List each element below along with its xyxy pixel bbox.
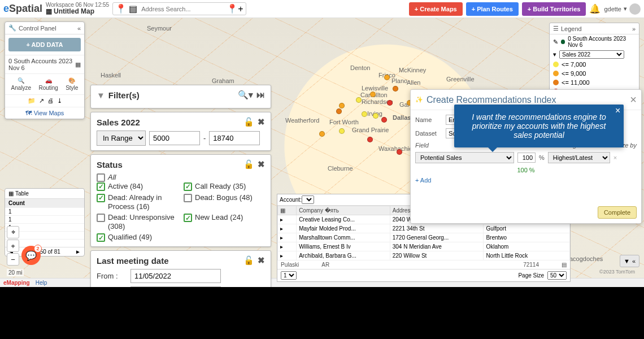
map-point[interactable] <box>397 149 402 155</box>
map-point[interactable] <box>356 97 362 103</box>
priority-select[interactable]: Highest/Latest <box>548 152 610 163</box>
status-all-checkbox[interactable]: All <box>97 173 265 182</box>
zoom-out-button[interactable]: − <box>7 253 19 266</box>
map-point[interactable] <box>373 113 378 119</box>
close-icon[interactable]: × <box>615 106 620 116</box>
address-search[interactable]: 📍 ▤ 📍+ <box>112 2 246 15</box>
table-row[interactable]: ▸Archibald, Barbara G...220 Willow StNor… <box>278 251 570 260</box>
map-point[interactable] <box>339 103 345 108</box>
print-icon[interactable]: 🖨 <box>47 97 54 105</box>
weight-input[interactable] <box>517 153 536 163</box>
plan-routes-button[interactable]: + Plan Routes <box>466 2 519 16</box>
map-point[interactable] <box>367 137 373 142</box>
map-point[interactable] <box>384 75 390 80</box>
map-point[interactable] <box>370 92 376 97</box>
chevron-down-icon[interactable]: ▾ <box>553 51 556 58</box>
tooltip-text: I want the recommendations engine to pri… <box>472 112 606 140</box>
share-icon[interactable]: ↗ <box>39 97 44 105</box>
close-icon[interactable]: × <box>630 93 637 106</box>
zoom-filter-icon[interactable]: 🔍▾ <box>238 90 253 100</box>
table-row[interactable]: 1 <box>5 215 84 223</box>
status-checkbox[interactable]: Qualified (49) <box>97 233 178 242</box>
col-handle[interactable]: ▦ <box>278 206 297 215</box>
next-page-icon[interactable]: ► <box>75 249 81 255</box>
city-label: Fort Worth <box>329 119 359 125</box>
map-point[interactable] <box>336 108 342 114</box>
legend-item-label: <= 9,000 <box>562 70 586 77</box>
filter-toggle-button[interactable]: ▼« <box>620 255 639 267</box>
unlock-icon[interactable]: 🔓 <box>243 117 254 127</box>
page-select[interactable]: 1 <box>281 271 297 280</box>
collapse-icon[interactable]: « <box>77 25 81 32</box>
add-data-button[interactable]: + ADD DATA <box>8 38 81 51</box>
help-link[interactable]: Help <box>36 280 47 286</box>
routing-tool[interactable]: 🚗Routing <box>38 77 58 91</box>
add-pin-icon[interactable]: 📍+ <box>227 3 243 14</box>
folder-icon[interactable]: 📁 <box>28 97 36 105</box>
layer-row[interactable]: 0 South Accounts 2023 Nov 6▦ <box>5 55 84 73</box>
status-checkbox[interactable]: Call Ready (35) <box>184 182 265 191</box>
close-icon[interactable]: ✖ <box>258 255 265 266</box>
expand-icon[interactable]: » <box>632 25 636 32</box>
unlock-icon[interactable]: 🔓 <box>243 159 254 169</box>
close-icon[interactable]: ✖ <box>258 117 265 127</box>
status-checkbox[interactable]: New Lead (24) <box>184 213 265 231</box>
legend-layer-name: 0 South Accounts 2023 Nov 6 <box>568 36 636 48</box>
map-point[interactable] <box>362 111 367 117</box>
zoom-controls: ⌖ + − <box>7 226 19 266</box>
status-checkbox[interactable]: Dead: Unresponsive (308) <box>97 213 178 231</box>
map-point[interactable] <box>387 100 393 106</box>
page-size-select[interactable]: 50 <box>547 271 567 280</box>
range-from-input[interactable] <box>149 131 200 145</box>
map-point[interactable] <box>339 128 345 134</box>
table-row[interactable]: 1 <box>5 207 84 215</box>
map-point[interactable] <box>319 131 325 137</box>
build-territories-button[interactable]: + Build Territories <box>522 2 586 16</box>
table-row[interactable]: ▸Mayfair Molded Prod...2221 34th StGulfp… <box>278 224 570 233</box>
city-label: Seymour <box>147 25 172 32</box>
map-point[interactable] <box>381 117 387 123</box>
zoom-in-button[interactable]: + <box>7 240 19 252</box>
add-field-link[interactable]: + Add <box>415 177 637 184</box>
date-from-input[interactable] <box>130 269 221 283</box>
address-search-input[interactable] <box>140 4 224 14</box>
unlock-icon[interactable]: 🔓 <box>243 255 254 266</box>
style-icon: 🎨 <box>68 77 75 84</box>
complete-button[interactable]: Complete <box>598 206 637 219</box>
table-col-header[interactable]: Count <box>5 199 84 207</box>
close-icon[interactable]: ✖ <box>258 159 265 169</box>
range-mode-select[interactable]: In Range <box>97 131 146 146</box>
pin-icon: 📍 <box>115 3 127 14</box>
table-row[interactable]: ▸Marshalltown Comm...1720 General Georg.… <box>278 233 570 242</box>
locate-button[interactable]: ⌖ <box>7 226 19 238</box>
status-checkbox[interactable]: Dead: Bogus (48) <box>184 193 265 211</box>
field-select[interactable]: Potential Sales <box>415 152 514 163</box>
create-maps-button[interactable]: + Create Maps <box>409 2 463 16</box>
account-select[interactable] <box>302 195 314 204</box>
city-label: Nacogdoches <box>565 255 603 262</box>
remove-row-icon[interactable]: × <box>613 154 617 161</box>
skip-icon[interactable]: ⏭ <box>256 90 265 100</box>
map-point[interactable] <box>393 86 398 92</box>
extra-row: PulaskiAR72114▤ <box>277 260 570 269</box>
row-menu-icon[interactable]: ▤ <box>562 262 567 268</box>
view-maps-link[interactable]: 🗺View Maps <box>5 107 84 119</box>
col-company[interactable]: Company �ять <box>297 206 390 215</box>
export-icon[interactable]: ⤓ <box>57 97 62 105</box>
style-tool[interactable]: 🎨Style <box>66 77 78 91</box>
status-checkbox[interactable]: Active (84) <box>97 182 178 191</box>
status-checkbox[interactable]: Dead: Already in Process (16) <box>97 193 178 211</box>
chat-button[interactable]: 💬 2 <box>21 246 41 265</box>
map-title[interactable]: ▦Untitled Map <box>46 8 109 15</box>
user-menu[interactable]: gdette▾ <box>604 3 641 15</box>
legend-field-select[interactable]: Sales 2022 <box>559 50 624 59</box>
layers-icon: ▤ <box>129 3 137 14</box>
analyze-tool[interactable]: 🔍Analyze <box>11 77 32 91</box>
pencil-icon[interactable]: ✎ <box>553 38 558 46</box>
range-to-input[interactable] <box>209 131 260 145</box>
bell-icon[interactable]: 🔔 <box>589 3 601 14</box>
layer-menu-icon[interactable]: ▦ <box>75 61 81 68</box>
top-bar: eSpatial Workspace 06 Nov 12:55 ▦Untitle… <box>0 0 644 18</box>
table-row[interactable]: ▸Williams, Ernest B Iv304 N Meridian Ave… <box>278 242 570 251</box>
city-label: Graham <box>212 77 234 84</box>
